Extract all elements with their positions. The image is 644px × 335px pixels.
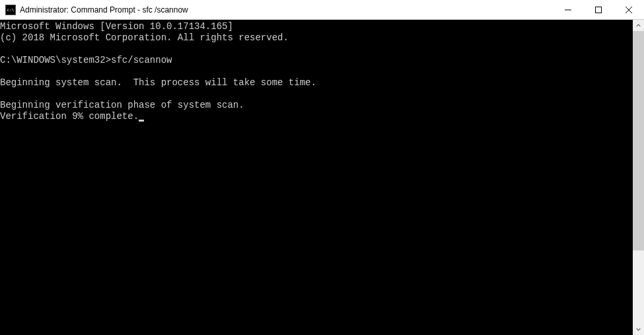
terminal-line [0, 89, 633, 100]
scroll-up-button[interactable] [633, 20, 644, 31]
terminal-line: Beginning system scan. This process will… [0, 77, 633, 89]
minimize-icon [565, 7, 571, 13]
terminal-line [0, 66, 633, 77]
scroll-down-button[interactable] [633, 324, 644, 335]
command-prompt-window: Administrator: Command Prompt - sfc /sca… [0, 0, 644, 335]
scrollbar-track[interactable] [633, 31, 644, 324]
terminal-text: Verification 9% complete. [0, 111, 139, 122]
terminal-line: Beginning verification phase of system s… [0, 100, 633, 111]
scrollbar-thumb[interactable] [633, 31, 644, 250]
terminal-line: C:\WINDOWS\system32>sfc/scannow [0, 55, 633, 66]
cmd-icon [5, 5, 16, 15]
terminal-line: Microsoft Windows [Version 10.0.17134.16… [0, 21, 633, 32]
terminal-output[interactable]: Microsoft Windows [Version 10.0.17134.16… [0, 20, 633, 335]
maximize-button[interactable] [583, 0, 614, 19]
titlebar[interactable]: Administrator: Command Prompt - sfc /sca… [0, 0, 644, 20]
minimize-button[interactable] [553, 0, 583, 19]
close-button[interactable] [614, 0, 644, 19]
close-icon [626, 7, 632, 13]
svg-rect-1 [596, 7, 602, 13]
chevron-down-icon [636, 327, 641, 332]
terminal-line: Verification 9% complete. [0, 111, 633, 122]
terminal-area: Microsoft Windows [Version 10.0.17134.16… [0, 20, 644, 335]
vertical-scrollbar[interactable] [633, 20, 644, 335]
terminal-line: (c) 2018 Microsoft Corporation. All righ… [0, 32, 633, 44]
cursor [139, 120, 144, 122]
window-title: Administrator: Command Prompt - sfc /sca… [20, 5, 553, 15]
window-controls [553, 0, 644, 19]
maximize-icon [595, 7, 602, 13]
chevron-up-icon [636, 23, 641, 28]
terminal-line [0, 44, 633, 55]
